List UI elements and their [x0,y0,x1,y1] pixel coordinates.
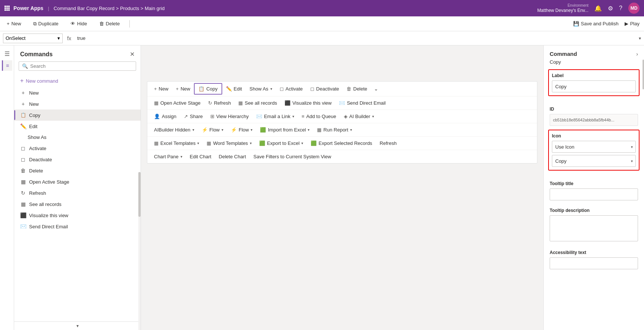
label-input[interactable] [552,80,636,92]
icon-select1[interactable]: Use Icon [552,141,636,153]
cmd-deactivate-button[interactable]: ◻ Deactivate [307,84,343,94]
cmd-activate-button[interactable]: ◻ Activate [276,84,307,94]
cmd-flow2-icon: ⚡ [231,127,237,133]
right-panel-expand-icon[interactable]: › [636,51,638,57]
cmd-importexcel-button[interactable]: 🟩 Import from Excel ▾ [256,125,313,135]
sidebar-item-deactivate[interactable]: ◻ Deactivate [14,154,141,165]
cmd-edit-button[interactable]: ✏️ Edit [222,84,246,94]
search-input[interactable] [30,63,133,69]
help-icon[interactable]: ? [619,5,622,12]
cmd-delete-button[interactable]: 🗑 Delete [343,84,371,94]
cmd-seeallrecords-button[interactable]: ▦ See all records [235,98,281,108]
sidebar-item-openactivestage[interactable]: ▦ Open Active Stage [14,176,141,187]
apps-grid-icon[interactable] [4,6,10,11]
cmd-deletechart-button[interactable]: Delete Chart [215,152,250,162]
cmd-aibuilderhidden-button[interactable]: AIBuilder Hidden ▾ [150,125,198,135]
cmd-wordtemplates-button[interactable]: ▦ Word Templates ▾ [203,138,255,148]
sidebar-item-edit[interactable]: ✏️ Edit [14,121,141,132]
hamburger-icon[interactable]: ☰ [2,48,12,59]
cmd-chartpane-label: Chart Pane [154,154,179,159]
duplicate-button[interactable]: ⧉ Duplicate [31,19,61,28]
icon-select1-wrapper: Use Icon ▾ [552,141,636,153]
cmd-new1-button[interactable]: + New [150,84,172,94]
cmd-addtoqueue-button[interactable]: ≡ Add to Queue [298,111,340,121]
sidebar-item-sendemail-icon: ✉️ [20,223,26,229]
play-button[interactable]: ▶ Play [625,21,640,26]
cmd-refresh2-button[interactable]: Refresh [376,138,400,148]
top-bar-right: Environment Matthew Devaney's Env... 🔔 ⚙… [537,3,640,14]
cmd-aibuilder-chevron: ▾ [372,114,374,118]
sidebar-item-showas[interactable]: Show As [14,132,141,143]
duplicate-label: Duplicate [38,21,59,26]
cmd-more-button[interactable]: ⌄ [371,84,381,94]
sidebar-item-activate[interactable]: ◻ Activate [14,143,141,154]
sidebar-item-sendemail[interactable]: ✉️ Send Direct Email [14,221,141,232]
cmd-addtoqueue-icon: ≡ [302,114,305,119]
tooltip-desc-textarea[interactable] [550,215,638,241]
commands-nav-icon[interactable]: ≡ [2,60,12,71]
cmd-exceltemplates-button[interactable]: ▦ Excel Templates ▾ [150,138,203,148]
cmd-showas-button[interactable]: Show As ▾ [246,84,276,94]
sidebar-search-box[interactable]: 🔍 [19,61,136,71]
cmd-assign-button[interactable]: 👤 Assign [150,111,180,121]
cmd-chartpane-button[interactable]: Chart Pane ▾ [150,152,186,162]
sidebar-scroll-down[interactable]: ▾ [14,321,141,330]
sidebar-item-copy[interactable]: 📋 Copy ··· [14,110,141,121]
new-command-button[interactable]: + New command [14,74,141,87]
sidebar-item-copy-icon: 📋 [20,112,26,118]
cmd-chartpane-chevron: ▾ [180,155,182,159]
cmd-share-button[interactable]: ↗ Share [180,111,207,121]
sidebar-item-seeallrecords[interactable]: ▦ See all records [14,199,141,210]
cmd-editchart-button[interactable]: Edit Chart [186,152,215,162]
right-panel-scrollbar-thumb[interactable] [643,60,644,89]
tooltip-title-input[interactable] [550,188,638,200]
formula-input[interactable] [76,34,636,43]
tooltip-desc-section: Tooltip description [544,204,644,246]
accessibility-input[interactable] [550,257,638,269]
icon-select2[interactable]: Copy [552,155,636,167]
sidebar-item-showas-label: Show As [28,134,135,140]
sidebar-scrollbar-thumb[interactable] [138,172,141,217]
cmd-new2-button[interactable]: + New [172,84,194,94]
bell-icon[interactable]: 🔔 [594,5,602,12]
new-text: New [12,21,21,26]
cmd-emailalink-button[interactable]: ✉️ Email a Link ▾ [252,111,298,121]
cmd-flow1-button[interactable]: ⚡ Flow ▾ [198,125,227,135]
cmd-wordtemplates-chevron: ▾ [250,141,252,145]
cmd-exportexcel-button[interactable]: 🟩 Export to Excel ▾ [255,138,307,148]
sidebar-item-delete[interactable]: 🗑 Delete [14,165,141,176]
sidebar-item-new2[interactable]: + New [14,98,141,110]
formula-expand-icon[interactable]: ▾ [639,36,641,41]
cmd-sendemail-button[interactable]: ✉️ Send Direct Email [335,98,389,108]
sidebar-close-button[interactable]: ✕ [130,51,135,58]
breadcrumb: Command Bar Copy Record > Products > Mai… [54,6,165,11]
sidebar-item-new1[interactable]: + New [14,87,141,98]
sidebar-item-openactivestage-label: Open Active Stage [29,179,135,185]
cmd-exportselected-button[interactable]: 🟩 Export Selected Records [307,138,376,148]
sidebar-item-refresh[interactable]: ↻ Refresh [14,187,141,199]
cmd-openactivestage-button[interactable]: ▦ Open Active Stage [150,98,204,108]
cmd-savefilters-button[interactable]: Save Filters to Current System View [250,152,335,162]
cmd-runreport-chevron: ▾ [350,128,352,132]
chevron-down-icon: ▾ [57,35,60,41]
save-publish-button[interactable]: 💾 Save and Publish [573,21,619,26]
cmd-viewhierarchy-button[interactable]: ⊞ View Hierarchy [207,111,252,121]
formula-selector[interactable]: OnSelect ▾ [3,34,63,43]
cmd-copy-button[interactable]: 📋 Copy [194,83,222,95]
sidebar-item-visualize[interactable]: ⬛ Visualize this view [14,210,141,221]
cmd-refresh-button[interactable]: ↻ Refresh [204,98,235,108]
new-button[interactable]: + + New New [4,19,23,28]
gear-icon[interactable]: ⚙ [608,5,613,12]
cmd-flow2-button[interactable]: ⚡ Flow ▾ [227,125,256,135]
cmd-delete-icon: 🗑 [346,86,351,92]
cmd-aibuilder-button[interactable]: ◈ AI Builder ▾ [340,111,378,121]
cmd-runreport-button[interactable]: ▦ Run Report ▾ [313,125,355,135]
cmd-visualize-label: Visualize this view [292,100,332,106]
delete-button[interactable]: 🗑 Delete [97,19,122,28]
avatar[interactable]: MD [628,3,640,14]
cmd-importexcel-label: Import from Excel [268,127,306,133]
cmd-visualize-button[interactable]: ⬛ Visualize this view [281,98,335,108]
sidebar-item-refresh-label: Refresh [29,190,135,196]
sidebar-item-deactivate-label: Deactivate [29,157,135,162]
hide-button[interactable]: 👁 Hide [68,19,89,28]
